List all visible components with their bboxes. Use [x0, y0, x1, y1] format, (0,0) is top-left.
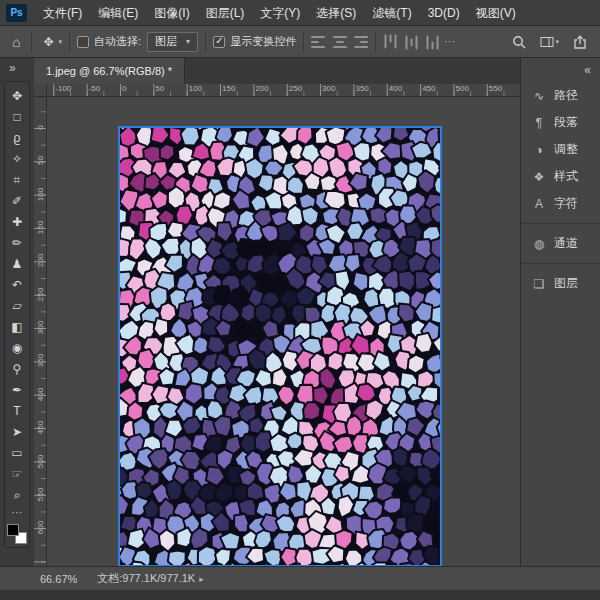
app-logo-icon: Ps — [6, 4, 27, 22]
align-right-icon[interactable] — [353, 36, 368, 48]
ruler-label: 550 — [36, 484, 45, 504]
document-canvas[interactable] — [120, 128, 440, 565]
options-bar: ⌂ ✥ ▾ 自动选择: 图层 ▾ 显示变换控件 ⋯ — [0, 26, 600, 58]
ruler-label: 500 — [36, 451, 45, 471]
ruler-label: 100 — [36, 184, 45, 204]
ruler-horizontal: -100-50050100150200250300350400450500550 — [34, 84, 520, 97]
channels-icon: ◍ — [532, 237, 546, 251]
history-brush-tool[interactable]: ↶ — [6, 274, 28, 295]
zoom-level-field[interactable]: 66.67% — [40, 573, 77, 585]
panel-label-layers: 图层 — [554, 275, 578, 292]
separator — [205, 32, 206, 52]
options-bar-right: ▾ — [507, 33, 592, 51]
menu-item-layer[interactable]: 图层(L) — [198, 0, 253, 26]
auto-select-target-value: 图层 — [155, 34, 177, 49]
menu-item-edit[interactable]: 编辑(E) — [90, 0, 146, 26]
align-left-icon[interactable] — [311, 36, 326, 48]
healing-brush-tool[interactable]: ✚ — [6, 211, 28, 232]
clone-stamp-tool[interactable]: ♟ — [6, 253, 28, 274]
align-center-icon[interactable] — [332, 36, 347, 48]
hand-tool[interactable]: ☞ — [6, 463, 28, 484]
foreground-color-swatch[interactable] — [7, 524, 19, 536]
lasso-tool[interactable]: ϱ — [6, 127, 28, 148]
menu-item-image[interactable]: 图像(I) — [146, 0, 197, 26]
blur-tool[interactable]: ◉ — [6, 337, 28, 358]
menu-item-type[interactable]: 文字(Y) — [252, 0, 308, 26]
panel-button-layers[interactable]: ❏图层 — [521, 270, 600, 297]
move-tool[interactable]: ✥ — [6, 85, 28, 106]
brush-tool[interactable]: ✏ — [6, 232, 28, 253]
more-options-icon[interactable]: ⋯ — [440, 36, 459, 47]
adjustments-icon: ◑ — [532, 143, 546, 157]
ruler-label: -50 — [89, 84, 101, 93]
collapse-panels-toggle[interactable]: « — [521, 58, 600, 82]
panel-button-paths[interactable]: ∿路径 — [521, 82, 600, 109]
panel-button-paragraph[interactable]: ¶段落 — [521, 109, 600, 136]
chevron-down-icon: ▾ — [186, 37, 190, 46]
ruler-label: 300 — [322, 84, 335, 93]
edit-toolbar-icon[interactable]: ⋯ — [12, 505, 23, 519]
eyedropper-tool[interactable]: ✐ — [6, 190, 28, 211]
ruler-label: 600 — [36, 518, 45, 538]
path-selection-tool[interactable]: ➤ — [6, 421, 28, 442]
ruler-label: 450 — [36, 418, 45, 438]
gradient-tool[interactable]: ◧ — [6, 316, 28, 337]
quick-selection-tool[interactable]: ✧ — [6, 148, 28, 169]
ruler-label: 400 — [36, 384, 45, 404]
ruler-label: 50 — [155, 84, 164, 93]
ruler-label: 350 — [355, 84, 368, 93]
panel-button-channels[interactable]: ◍通道 — [521, 230, 600, 257]
align-bottom-icon[interactable] — [427, 34, 439, 49]
color-swatches[interactable] — [7, 524, 27, 544]
menu-item-filter[interactable]: 滤镜(T) — [364, 0, 419, 26]
panel-label-adjustments: 调整 — [554, 141, 578, 158]
collapse-tools-toggle[interactable]: » — [0, 58, 34, 78]
marquee-tool[interactable]: □ — [6, 106, 28, 127]
ruler-label: 200 — [36, 251, 45, 271]
menu-item-threed[interactable]: 3D(D) — [420, 0, 468, 26]
show-transform-checkbox[interactable] — [213, 36, 225, 48]
panel-button-character[interactable]: A字符 — [521, 190, 600, 217]
panel-button-adjustments[interactable]: ◑调整 — [521, 136, 600, 163]
menu-item-select[interactable]: 选择(S) — [308, 0, 364, 26]
ruler-label: 150 — [36, 218, 45, 238]
pen-tool[interactable]: ✒ — [6, 379, 28, 400]
workspace-switcher-icon[interactable]: ▾ — [535, 33, 564, 51]
ruler-label: 250 — [289, 84, 302, 93]
ruler-label: 550 — [489, 84, 502, 93]
crop-tool[interactable]: ⌗ — [6, 169, 28, 190]
auto-select-target-dropdown[interactable]: 图层 ▾ — [147, 32, 198, 52]
document-tab[interactable]: 1.jpeg @ 66.7%(RGB/8) * — [34, 58, 185, 84]
panel-button-styles[interactable]: ❖样式 — [521, 163, 600, 190]
share-icon[interactable] — [568, 33, 592, 51]
menu-item-file[interactable]: 文件(F) — [35, 0, 90, 26]
shape-tool[interactable]: ▭ — [6, 442, 28, 463]
move-tool-preset-icon[interactable]: ✥ — [39, 36, 57, 48]
align-middle-icon[interactable] — [406, 34, 418, 49]
status-popup-caret-icon[interactable]: ▸ — [199, 574, 204, 584]
document-info[interactable]: 文档:977.1K/977.1K ▸ — [97, 571, 203, 586]
layers-icon: ❏ — [532, 277, 546, 291]
mosaic-image — [120, 128, 440, 565]
menu-item-view[interactable]: 视图(V) — [468, 0, 524, 26]
ruler-label: 0 — [122, 84, 126, 93]
search-icon[interactable] — [507, 33, 531, 51]
ruler-label: 500 — [456, 84, 469, 93]
type-tool[interactable]: T — [6, 400, 28, 421]
character-icon: A — [532, 197, 546, 211]
styles-icon: ❖ — [532, 170, 546, 184]
panel-divider — [521, 263, 600, 264]
align-top-icon[interactable] — [385, 34, 397, 49]
document-info-text: 文档:977.1K/977.1K — [97, 571, 195, 586]
ruler-label: 100 — [189, 84, 202, 93]
auto-select-checkbox[interactable] — [77, 36, 89, 48]
panel-divider — [521, 223, 600, 224]
tools-panel: ✥□ϱ✧⌗✐✚✏♟↶▱◧◉⚲✒T➤▭☞⌕ ⋯ — [4, 81, 30, 548]
zoom-tool[interactable]: ⌕ — [6, 484, 28, 505]
ruler-label: 450 — [422, 84, 435, 93]
ruler-vertical: 050100150200250300350400450500550600 — [34, 97, 47, 566]
home-icon[interactable]: ⌂ — [8, 35, 24, 49]
paragraph-icon: ¶ — [532, 116, 546, 130]
dodge-tool[interactable]: ⚲ — [6, 358, 28, 379]
eraser-tool[interactable]: ▱ — [6, 295, 28, 316]
